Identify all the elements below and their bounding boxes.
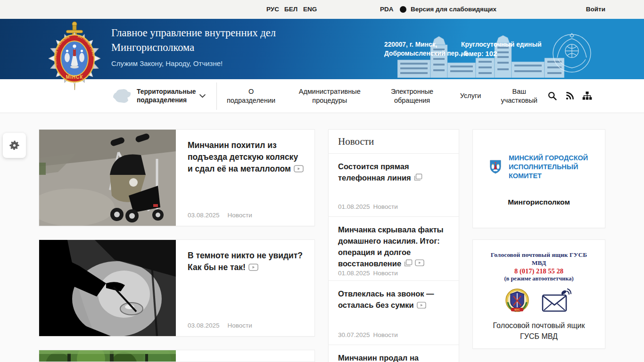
nav-item-admin-procedures[interactable]: Административные процедуры <box>285 87 374 105</box>
news-card-partial: Б <box>39 350 315 362</box>
site-slogan: Служим Закону, Народу, Отчизне! <box>111 59 223 67</box>
nav-item-services[interactable]: Услуги <box>450 91 491 100</box>
news-list-panel: Новости Состоится прямая телефонная лини… <box>328 129 459 362</box>
header-address: 220007, г. Минск, Добромысленский пер., … <box>384 40 468 58</box>
gusb-caption: Голосовой почтовый ящик ГУСБ МВД <box>487 320 591 342</box>
accessibility-toggle[interactable]: Версия для слабовидящих <box>400 6 496 13</box>
nav-item-e-appeals[interactable]: Электронные обращения <box>374 87 450 105</box>
news-item-link[interactable]: Минчанка скрывала факты домашнего насили… <box>338 224 449 270</box>
settings-widget-button[interactable] <box>3 133 26 158</box>
video-icon <box>415 259 424 266</box>
gusb-icons: МУС <box>473 288 605 313</box>
video-icon <box>294 165 304 173</box>
news-card-body: Минчанин похитил из подъезда детскую кол… <box>176 130 314 226</box>
gusb-note: (в режиме автоответчика) <box>473 275 605 282</box>
news-feed-column: Минчанин похитил из подъезда детскую кол… <box>39 129 315 362</box>
news-item-link[interactable]: Минчанин продал на металлолом <box>338 353 449 362</box>
news-list-item: Минчанка скрывала факты домашнего насили… <box>329 217 459 281</box>
news-date: 03.08.2025 <box>188 212 220 219</box>
org-row: МИНСКИЙ ГОРОДСКОЙ ИСПОЛНИТЕЛЬНЫЙ КОМИТЕТ <box>473 151 605 182</box>
news-item-meta: 30.07.2025 Новости <box>338 331 449 338</box>
news-date: 30.07.2025 <box>338 331 370 338</box>
news-category: Новости <box>373 331 398 338</box>
accessibility-label: Версия для слабовидящих <box>411 6 496 13</box>
news-category: Новости <box>228 212 252 219</box>
minsk-coat-of-arms-icon <box>489 151 502 182</box>
voicemail-envelope-icon <box>542 288 573 313</box>
belarus-emblem-icon <box>552 33 592 74</box>
org-name: МИНСКИЙ ГОРОДСКОЙ ИСПОЛНИТЕЛЬНЫЙ КОМИТЕТ <box>509 154 594 181</box>
gear-icon <box>8 139 21 152</box>
news-category: Новости <box>373 203 398 210</box>
nav-item-about[interactable]: О подразделении <box>217 87 285 105</box>
chevron-down-icon <box>199 94 206 98</box>
lang-eng[interactable]: ENG <box>303 6 317 13</box>
car-theft-photo <box>39 240 176 336</box>
guvd-badge-logo[interactable]: ГАЛОЎНАЕ УПРАЎЛЕННЕ УНУТРАНЫХ СПРАЎ МІНС… <box>45 20 104 91</box>
news-item-link[interactable]: Состоится прямая телефонная линия <box>338 161 449 184</box>
video-icon <box>417 302 426 309</box>
news-category: Новости <box>228 322 252 329</box>
news-list-item: Минчанин продал на металлолом <box>329 345 459 362</box>
banner-column: МИНСКИЙ ГОРОДСКОЙ ИСПОЛНИТЕЛЬНЫЙ КОМИТЕТ… <box>472 129 605 349</box>
hotline-number: 102 <box>485 49 497 58</box>
news-title-link[interactable]: Минчанин похитил из подъезда детскую кол… <box>188 140 305 175</box>
news-list-item: Состоится прямая телефонная линия 01.08.… <box>329 154 459 217</box>
gusb-title: Голосовой почтовый ящик ГУСБ МВД <box>484 251 594 267</box>
nav-icon-group <box>547 91 644 101</box>
news-date: 03.08.2025 <box>188 322 220 329</box>
news-list-item: Отвлеклась на звонок — осталась без сумк… <box>329 281 459 345</box>
news-meta: 03.08.2025 Новости <box>188 322 252 329</box>
header-hotline: Круглосуточный единый номер: 102 <box>461 40 542 58</box>
pda-link[interactable]: PDA <box>380 6 394 13</box>
site-header: ГАЛОЎНАЕ УПРАЎЛЕННЕ УНУТРАНЫХ СПРАЎ МІНС… <box>0 19 644 79</box>
gusb-phone-number: 8 (017) 218 55 28 <box>473 267 605 275</box>
gusb-voicemail-banner[interactable]: Голосовой почтовый ящик ГУСБ МВД 8 (017)… <box>472 239 605 349</box>
trees-photo <box>39 350 176 362</box>
banner-caption: Мингорисполком <box>473 198 605 206</box>
svg-text:МІНСК: МІНСК <box>66 74 83 80</box>
accessibility-icon <box>400 6 406 13</box>
news-category: Новости <box>373 270 398 277</box>
news-item-meta: 01.08.2025 Новости <box>338 270 449 277</box>
news-date: 01.08.2025 <box>338 203 370 210</box>
news-thumbnail-stroller[interactable] <box>39 130 176 226</box>
news-card-car-theft: В темноте никто не увидит? Как бы не так… <box>39 239 315 337</box>
video-icon <box>248 263 258 271</box>
lang-rus[interactable]: РУС <box>266 6 279 13</box>
login-link[interactable]: Войти <box>586 6 605 13</box>
news-date: 01.08.2025 <box>338 270 370 277</box>
belarus-map-icon <box>112 88 131 104</box>
lang-bel[interactable]: БЕЛ <box>284 6 297 13</box>
mingorispolkom-banner[interactable]: МИНСКИЙ ГОРОДСКОЙ ИСПОЛНИТЕЛЬНЫЙ КОМИТЕТ… <box>472 129 605 228</box>
news-title-link[interactable]: В темноте никто не увидит? Как бы не так… <box>188 250 305 273</box>
news-card-body: В темноте никто не увидит? Как бы не так… <box>176 240 314 336</box>
news-title-link[interactable]: Б <box>188 360 305 362</box>
nav-territorial-label: Территориальные подразделения <box>137 88 193 105</box>
news-card-stroller: Минчанин похитил из подъезда детскую кол… <box>39 129 315 226</box>
news-list-heading: Новости <box>329 130 459 154</box>
search-icon[interactable] <box>547 91 557 101</box>
news-thumbnail-car-theft[interactable] <box>39 240 176 336</box>
gallery-icon <box>404 259 413 267</box>
nav-item-district-officer[interactable]: Ваш участковый <box>491 87 547 105</box>
nav-links: О подразделении Административные процеду… <box>217 87 547 105</box>
top-utility-bar: РУС БЕЛ ENG PDA Версия для слабовидящих … <box>0 0 644 19</box>
gallery-icon <box>414 173 422 181</box>
rss-icon[interactable] <box>565 91 574 100</box>
site-title: Главное управление внутренних дел Мингор… <box>111 25 309 55</box>
svg-text:МУС: МУС <box>514 308 520 311</box>
news-card-body: Б <box>176 350 314 362</box>
news-item-meta: 01.08.2025 Новости <box>338 203 449 210</box>
sitemap-icon[interactable] <box>582 91 592 101</box>
police-badge-icon: ГАЛОЎНАЕ УПРАЎЛЕННЕ УНУТРАНЫХ СПРАЎ МІНС… <box>45 20 104 91</box>
page-content: Минчанин похитил из подъезда детскую кол… <box>39 129 605 362</box>
stroller-photo <box>39 130 176 226</box>
nav-territorial-dropdown[interactable]: Территориальные подразделения <box>112 82 217 110</box>
news-item-link[interactable]: Отвлеклась на звонок — осталась без сумк… <box>338 288 449 311</box>
news-thumbnail-trees[interactable] <box>39 350 176 362</box>
news-meta: 03.08.2025 Новости <box>188 212 252 219</box>
mvd-emblem-icon: МУС <box>505 288 529 313</box>
